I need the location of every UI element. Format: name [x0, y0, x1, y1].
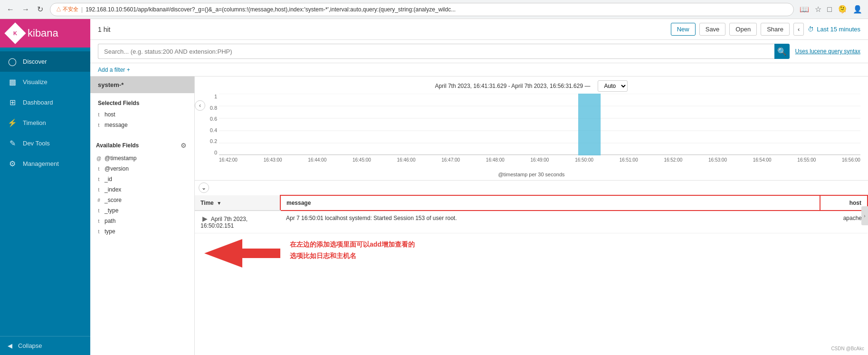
- refresh-button[interactable]: ↻: [34, 3, 46, 16]
- sort-arrow-time: ▼: [217, 201, 221, 206]
- y-label-0-6: 0.6: [210, 116, 217, 122]
- message-value: Apr 7 16:50:01 localhost systemd: Starte…: [286, 215, 457, 221]
- share-button[interactable]: Share: [761, 23, 790, 36]
- add-filter-button[interactable]: Add a filter +: [98, 67, 130, 73]
- interval-select[interactable]: Auto: [598, 80, 628, 92]
- field-item-timestamp[interactable]: @ @timestamp: [90, 153, 194, 163]
- main-content: 1 hit New Save Open Share ‹ ⏱ Last 15 mi…: [90, 19, 868, 355]
- nav-back-button[interactable]: ‹: [793, 23, 804, 36]
- chart-toggle-button[interactable]: ⌄: [199, 182, 209, 193]
- sidebar-item-visualize[interactable]: ▩ Visualize: [0, 72, 90, 92]
- field-item-index[interactable]: t _index: [90, 184, 194, 195]
- security-warning: △ 不安全: [56, 6, 78, 13]
- field-name-type2: type: [105, 228, 189, 235]
- field-item-message[interactable]: t message: [90, 120, 194, 130]
- y-label-0-8: 0.8: [210, 105, 217, 111]
- profile-icon[interactable]: 👤: [851, 3, 864, 16]
- right-edge-handle[interactable]: ›: [861, 206, 868, 225]
- time-clock-icon: ⏱: [808, 26, 814, 33]
- red-arrow-svg: [204, 239, 280, 268]
- field-name-host: host: [105, 111, 189, 118]
- cell-message: Apr 7 16:50:01 localhost systemd: Starte…: [280, 211, 820, 233]
- discover-main: system-* Selected Fields t host t messag…: [90, 77, 868, 355]
- sidebar-item-label: Visualize: [23, 78, 48, 86]
- sidebar-nav: ◯ Discover ▩ Visualize ⊞ Dashboard ⚡ Tim…: [0, 48, 90, 336]
- lucene-link[interactable]: Uses lucene query syntax: [795, 48, 860, 55]
- field-item-id[interactable]: t _id: [90, 174, 194, 184]
- field-item-host[interactable]: t host: [90, 109, 194, 120]
- x-label-12: 16:54:00: [753, 157, 772, 163]
- sidebar-item-label: Timelion: [23, 119, 46, 126]
- sidebar-item-discover[interactable]: ◯ Discover: [0, 51, 90, 72]
- sidebar: K kibana ◯ Discover ▩ Visualize ⊞ Dashbo…: [0, 19, 90, 355]
- field-item-type[interactable]: t _type: [90, 205, 194, 216]
- bookmark-icon[interactable]: ☆: [813, 3, 823, 16]
- kibana-logo-text: kibana: [28, 27, 58, 39]
- field-item-type2[interactable]: t type: [90, 226, 194, 237]
- collapse-panel-button[interactable]: ‹: [195, 100, 205, 111]
- search-input[interactable]: [98, 44, 774, 59]
- field-name-message: message: [105, 122, 189, 128]
- fields-gear-icon[interactable]: ⚙: [179, 141, 189, 150]
- read-mode-icon[interactable]: 📖: [798, 3, 811, 16]
- cell-time: ▶ April 7th 2023, 16:50:02.151: [195, 211, 280, 233]
- search-bar: 🔍 Uses lucene query syntax: [90, 40, 868, 63]
- x-label-9: 16:51:00: [620, 157, 638, 163]
- sidebar-item-management[interactable]: ⚙ Management: [0, 154, 90, 174]
- col-header-host[interactable]: host: [820, 195, 868, 211]
- expand-row-button[interactable]: ▶: [200, 215, 210, 222]
- right-content: ‹ April 7th 2023, 16:41:31.629 - April 7…: [195, 77, 868, 355]
- table-body: ▶ April 7th 2023, 16:50:02.151 Apr 7 16:…: [195, 211, 868, 273]
- y-label-0-4: 0.4: [210, 127, 217, 133]
- sidebar-item-dashboard[interactable]: ⊞ Dashboard: [0, 92, 90, 113]
- field-item-score[interactable]: # _score: [90, 195, 194, 205]
- collections-icon[interactable]: □: [825, 3, 834, 16]
- sidebar-item-label: Discover: [23, 58, 47, 65]
- app-layout: K kibana ◯ Discover ▩ Visualize ⊞ Dashbo…: [0, 19, 868, 355]
- address-bar[interactable]: △ 不安全 | 192.168.10.10:5601/app/kibana#/d…: [50, 3, 794, 16]
- table-header: Time ▼ message host: [195, 195, 868, 211]
- x-label-5: 16:47:00: [441, 157, 460, 163]
- annotation-cell: 在左边的添加选项里面可以add增加查看的 选项比如日志和主机名: [195, 233, 868, 274]
- annotation-line1: 在左边的添加选项里面可以add增加查看的: [290, 239, 415, 250]
- index-pattern-name: system-*: [98, 81, 124, 88]
- chart-toggle-row: ⌄: [195, 181, 868, 195]
- browser-nav: ← → ↻: [4, 3, 46, 16]
- save-button[interactable]: Save: [699, 23, 726, 36]
- field-name-timestamp: @timestamp: [105, 155, 189, 162]
- field-name-index: _index: [105, 186, 189, 193]
- collapse-label: Collapse: [18, 342, 42, 349]
- forward-button[interactable]: →: [19, 3, 32, 16]
- field-item-version[interactable]: t @version: [90, 163, 194, 174]
- new-button[interactable]: New: [671, 23, 696, 36]
- watermark: CSDN @BcAkc: [831, 346, 864, 351]
- col-header-message[interactable]: message: [280, 195, 820, 211]
- field-name-score: _score: [105, 197, 189, 203]
- time-range-display: April 7th 2023, 16:41:31.629 - April 7th…: [202, 80, 860, 92]
- url-text: 192.168.10.10:5601/app/kibana#/discover?…: [86, 6, 788, 13]
- extensions-icon[interactable]: 🫠: [836, 3, 849, 16]
- index-pattern: system-*: [90, 77, 194, 93]
- annotation-area: 在左边的添加选项里面可以add增加查看的 选项比如日志和主机名: [195, 235, 868, 271]
- col-header-time[interactable]: Time ▼: [195, 195, 280, 211]
- table-row: ▶ April 7th 2023, 16:50:02.151 Apr 7 16:…: [195, 211, 868, 233]
- field-type-path: t: [96, 219, 102, 224]
- time-range-label: Last 15 minutes: [817, 26, 860, 33]
- back-button[interactable]: ←: [4, 3, 17, 16]
- x-label-14: 16:56:00: [842, 157, 860, 163]
- sidebar-item-devtools[interactable]: ✎ Dev Tools: [0, 133, 90, 154]
- x-label-0: 16:42:00: [219, 157, 238, 163]
- dashboard-icon: ⊞: [8, 98, 17, 107]
- field-name-id: _id: [105, 176, 189, 182]
- sidebar-collapse-button[interactable]: ◀ Collapse: [0, 336, 90, 355]
- discover-icon: ◯: [8, 57, 17, 66]
- top-toolbar: 1 hit New Save Open Share ‹ ⏱ Last 15 mi…: [90, 19, 868, 40]
- search-button[interactable]: 🔍: [774, 44, 790, 59]
- chart-area: April 7th 2023, 16:41:31.629 - April 7th…: [195, 77, 868, 181]
- sidebar-item-timelion[interactable]: ⚡ Timelion: [0, 113, 90, 133]
- time-range-picker[interactable]: ⏱ Last 15 minutes: [808, 26, 860, 33]
- visualize-icon: ▩: [8, 77, 17, 86]
- chart-x-axis-label: @timestamp per 30 seconds: [202, 170, 860, 180]
- field-item-path[interactable]: t path: [90, 216, 194, 226]
- open-button[interactable]: Open: [729, 23, 757, 36]
